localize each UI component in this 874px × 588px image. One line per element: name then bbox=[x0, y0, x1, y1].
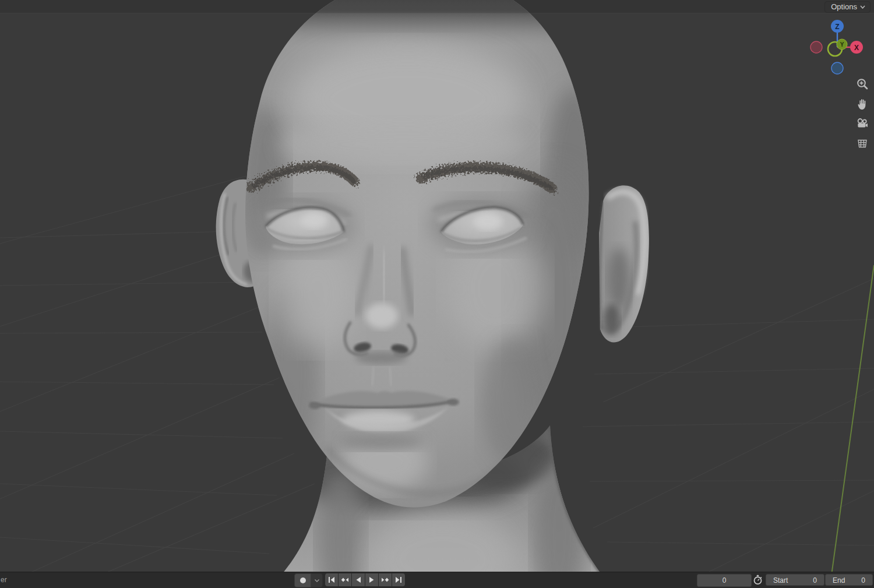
options-button[interactable]: Options bbox=[824, 1, 871, 13]
chevron-down-icon bbox=[860, 5, 865, 9]
play-reverse-icon bbox=[355, 576, 362, 583]
camera-view-icon[interactable] bbox=[855, 116, 870, 131]
pan-hand-icon[interactable] bbox=[855, 96, 870, 111]
gizmo-x-label: X bbox=[854, 44, 859, 52]
auto-keying-group bbox=[294, 573, 323, 586]
next-keyframe-button[interactable] bbox=[379, 573, 392, 586]
end-frame-value: 0 bbox=[861, 575, 865, 585]
viewport-header: Options bbox=[0, 0, 874, 13]
timeline-bar[interactable]: er bbox=[0, 572, 874, 588]
play-forward-button[interactable] bbox=[365, 573, 378, 586]
options-label: Options bbox=[831, 2, 857, 12]
stopwatch-icon bbox=[753, 575, 763, 585]
auto-keying-dropdown-button[interactable] bbox=[311, 573, 323, 587]
jump-to-end-button[interactable] bbox=[392, 573, 405, 586]
start-frame-field[interactable]: Start 0 bbox=[766, 574, 824, 586]
end-frame-label: End bbox=[833, 575, 845, 585]
next-keyframe-icon bbox=[381, 576, 389, 583]
use-preview-range-button[interactable] bbox=[751, 574, 764, 586]
chevron-down-icon bbox=[315, 579, 319, 582]
start-frame-label: Start bbox=[773, 575, 788, 585]
orientation-gizmo[interactable]: Z X Y bbox=[808, 16, 866, 77]
blender-3d-viewport: { "viewport": { "header": { "options_lab… bbox=[0, 0, 874, 588]
timeline-menu-partial[interactable]: er bbox=[1, 576, 7, 584]
auto-keying-record-button[interactable] bbox=[294, 573, 311, 587]
zoom-in-icon[interactable] bbox=[855, 76, 870, 91]
grid-perspective-icon[interactable] bbox=[855, 136, 870, 151]
jump-to-start-button[interactable] bbox=[325, 573, 338, 586]
viewport-canvas[interactable] bbox=[0, 0, 874, 588]
end-frame-field[interactable]: End 0 bbox=[825, 574, 873, 586]
playback-controls bbox=[325, 573, 405, 586]
jump-to-end-icon bbox=[394, 576, 403, 583]
gizmo-z-label: Z bbox=[835, 23, 839, 31]
record-dot-icon bbox=[299, 577, 306, 584]
play-forward-icon bbox=[368, 576, 375, 583]
viewport-nav-tools bbox=[855, 76, 870, 156]
prev-keyframe-button[interactable] bbox=[339, 573, 351, 586]
current-frame-field[interactable]: 0 bbox=[697, 574, 752, 587]
play-reverse-button[interactable] bbox=[352, 573, 365, 586]
current-frame-value: 0 bbox=[723, 576, 727, 585]
gizmo-axis-x-negative[interactable] bbox=[810, 41, 822, 53]
start-frame-value: 0 bbox=[813, 575, 817, 585]
prev-keyframe-icon bbox=[341, 576, 349, 583]
jump-to-start-icon bbox=[327, 576, 336, 583]
gizmo-axis-z-negative[interactable] bbox=[831, 62, 843, 74]
gizmo-y-label: Y bbox=[840, 41, 844, 48]
